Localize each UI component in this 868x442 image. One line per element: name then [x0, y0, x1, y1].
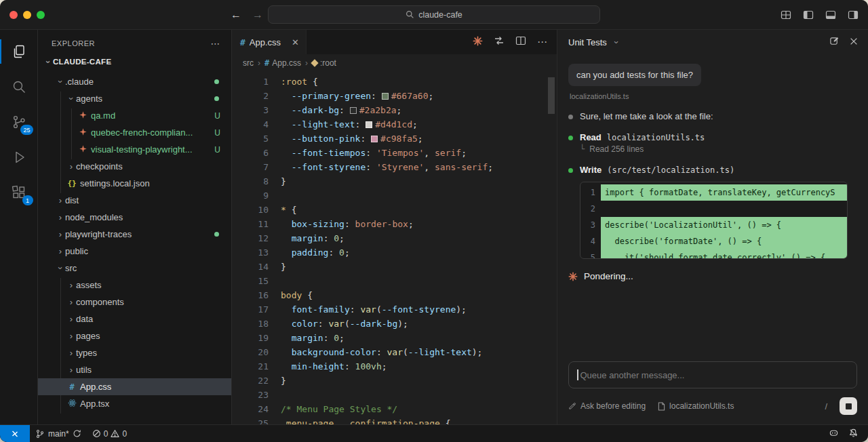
color-swatch[interactable] — [371, 136, 378, 142]
toggle-panel-icon[interactable] — [825, 9, 836, 20]
color-swatch[interactable] — [382, 93, 389, 100]
tree-item-dist-folder[interactable]: › dist — [38, 192, 231, 209]
tree-item-agents-folder[interactable]: › agents — [38, 90, 231, 107]
editor-actions: ⋯ — [473, 30, 557, 54]
message-input[interactable] — [580, 370, 849, 380]
editor-scrollbar[interactable] — [548, 77, 555, 114]
context-file-chip[interactable]: localizationUtils.ts — [658, 401, 734, 411]
customize-layout-icon[interactable] — [781, 9, 791, 20]
search-activity-button[interactable] — [0, 69, 38, 104]
statusbar-right — [829, 428, 868, 440]
stop-generating-button[interactable] — [840, 397, 857, 415]
source-control-activity-button[interactable]: 25 — [0, 104, 38, 140]
problems-item[interactable]: 0 0 — [87, 425, 132, 442]
code-line: 24/* Menu Page Styles */ — [232, 402, 557, 416]
message-input-box[interactable] — [568, 361, 857, 388]
tab-app-css[interactable]: # App.css ✕ — [232, 30, 307, 54]
tree-item-pages-folder[interactable]: › pages — [38, 327, 231, 344]
minimize-window-button[interactable] — [23, 11, 31, 19]
tree-item-src-folder[interactable]: › src — [38, 260, 231, 277]
code-line: 2 --primary-green: #667a60; — [232, 89, 557, 103]
toggle-secondary-sidebar-icon[interactable] — [848, 9, 859, 20]
close-window-button[interactable] — [9, 11, 18, 19]
tree-item-public-folder[interactable]: › public — [38, 243, 231, 260]
more-actions-icon[interactable]: ⋯ — [211, 38, 221, 49]
copilot-icon[interactable] — [829, 428, 839, 440]
command-center-search[interactable]: claude-cafe — [268, 5, 600, 24]
conversation-title-dropdown[interactable]: Unit Tests › — [568, 37, 621, 47]
line-number: 23 — [232, 388, 269, 402]
tree-item-types-folder[interactable]: › types — [38, 344, 231, 361]
more-actions-icon[interactable]: ⋯ — [537, 36, 547, 48]
workbench: 25 1 EXPLORER ⋯ › CLAUDE-CAFE — [0, 30, 868, 424]
explorer-activity-button[interactable] — [0, 34, 38, 69]
code-text: body { — [269, 288, 313, 302]
color-swatch[interactable] — [366, 121, 372, 128]
git-untracked-badge: U — [214, 111, 220, 121]
diff-preview[interactable]: 1import { formatDate, translateKey, getC… — [580, 182, 848, 259]
read-tool-call[interactable]: ReadlocalizationUtils.ts — [568, 132, 857, 142]
git-branch-item[interactable]: main* — [30, 425, 87, 442]
split-editor-icon[interactable] — [515, 35, 526, 49]
tree-item-assets-folder[interactable]: › assets — [38, 277, 231, 294]
tree-item-visual-testing[interactable]: visual-testing-playwright... U — [38, 141, 231, 158]
tree-item-settings-local-json[interactable]: {} settings.local.json — [38, 175, 231, 192]
go-forward-button[interactable]: → — [252, 9, 263, 21]
permission-mode-selector[interactable]: Ask before editing — [568, 401, 646, 411]
breadcrumb-root-symbol[interactable]: :root — [312, 58, 336, 68]
desktop-background: ← → claude-cafe 25 — [0, 0, 868, 442]
breadcrumb-app-css[interactable]: #App.css — [264, 58, 301, 68]
breadcrumb-src[interactable]: src — [243, 58, 254, 68]
tree-item-components-folder[interactable]: › components — [38, 294, 231, 310]
code-editor[interactable]: 1:root {2 --primary-green: #667a60;3 --d… — [232, 72, 557, 424]
line-number: 1 — [580, 184, 601, 201]
file-tree: › .claude › agents qa.md U quebec-french… — [38, 73, 231, 412]
notifications-bell-icon[interactable] — [848, 428, 859, 440]
tree-item-claude-folder[interactable]: › .claude — [38, 73, 231, 90]
tree-item-playwright-traces-folder[interactable]: › playwright-traces — [38, 226, 231, 243]
tab-bar: # App.css ✕ ⋯ — [232, 30, 557, 54]
tree-item-quebec-french[interactable]: quebec-french-complian... U — [38, 124, 231, 141]
code-line: 25.menu-page, .confirmation-page { — [232, 416, 557, 424]
close-panel-icon[interactable] — [849, 37, 859, 48]
files-icon — [11, 43, 27, 60]
attached-file-reference: localizationUtils.ts — [570, 92, 857, 100]
conversation[interactable]: can you add tests for this file? localiz… — [557, 54, 868, 361]
line-number: 15 — [232, 274, 269, 288]
tree-item-app-tsx[interactable]: App.tsx — [38, 395, 231, 412]
code-text: .menu-page, .confirmation-page { — [269, 416, 450, 424]
tree-item-data-folder[interactable]: › data — [38, 310, 231, 327]
write-tool-call[interactable]: Write(src/test/localization.ts) — [568, 165, 857, 175]
git-untracked-badge: U — [214, 145, 220, 155]
run-debug-activity-button[interactable] — [0, 140, 38, 175]
claude-spark-icon[interactable] — [473, 36, 483, 49]
tree-item-app-css[interactable]: # App.css — [38, 378, 231, 395]
workspace-root-header[interactable]: › CLAUDE-CAFE — [38, 54, 231, 69]
compare-changes-icon[interactable] — [494, 35, 505, 49]
tree-item-node-modules-folder[interactable]: › node_modules — [38, 209, 231, 226]
tree-item-qa-md[interactable]: qa.md U — [38, 107, 231, 124]
extensions-activity-button[interactable]: 1 — [0, 175, 38, 210]
code-text — [269, 274, 281, 288]
status-text: Pondering... — [584, 271, 633, 281]
close-tab-icon[interactable]: ✕ — [292, 37, 299, 47]
text-caret — [577, 369, 578, 380]
code-line: 3 --dark-bg: #2a2b2a; — [232, 103, 557, 117]
go-back-button[interactable]: ← — [231, 9, 241, 21]
line-number: 2 — [232, 89, 269, 103]
code-line: 6 --font-tiempos: 'Tiempos', serif; — [232, 146, 557, 160]
code-text: --button-pink: #c98fa5; — [269, 132, 423, 146]
color-swatch[interactable] — [350, 107, 357, 114]
tree-item-checkpoints-folder[interactable]: › checkpoints — [38, 158, 231, 175]
diff-line: 1import { formatDate, translateKey, getC… — [580, 184, 847, 201]
line-number: 5 — [232, 132, 269, 146]
tree-item-utils-folder[interactable]: › utils — [38, 361, 231, 378]
new-conversation-icon[interactable] — [829, 36, 840, 48]
spinner-icon — [568, 272, 578, 281]
slash-command-hint[interactable]: / — [825, 401, 827, 411]
toggle-sidebar-icon[interactable] — [803, 9, 814, 20]
panel-header: Unit Tests › — [557, 30, 868, 54]
zoom-window-button[interactable] — [37, 11, 45, 19]
remote-indicator[interactable] — [0, 425, 30, 442]
titlebar-actions — [781, 9, 859, 20]
